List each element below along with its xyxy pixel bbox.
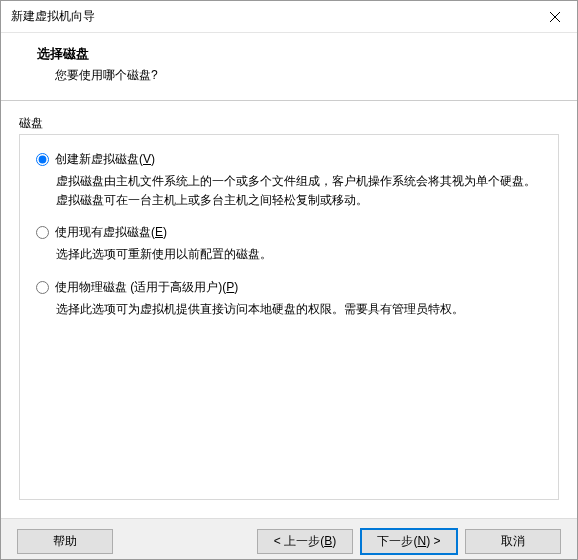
- close-button[interactable]: [532, 1, 577, 33]
- description-physical: 选择此选项可为虚拟机提供直接访问本地硬盘的权限。需要具有管理员特权。: [36, 300, 542, 319]
- content-area: 磁盘 创建新虚拟磁盘(V) 虚拟磁盘由主机文件系统上的一个或多个文件组成，客户机…: [1, 101, 577, 518]
- help-button[interactable]: 帮助: [17, 529, 113, 554]
- titlebar: 新建虚拟机向导: [1, 1, 577, 33]
- radio-use-existing-disk[interactable]: [36, 226, 49, 239]
- description-create: 虚拟磁盘由主机文件系统上的一个或多个文件组成，客户机操作系统会将其视为单个硬盘。…: [36, 172, 542, 210]
- option-use-existing-disk: 使用现有虚拟磁盘(E) 选择此选项可重新使用以前配置的磁盘。: [36, 224, 542, 264]
- wizard-header: 选择磁盘 您要使用哪个磁盘?: [1, 33, 577, 101]
- radio-use-physical-disk[interactable]: [36, 281, 49, 294]
- description-existing: 选择此选项可重新使用以前配置的磁盘。: [36, 245, 542, 264]
- button-bar: 帮助 < 上一步(B) 下一步(N) > 取消: [1, 518, 577, 560]
- cancel-button[interactable]: 取消: [465, 529, 561, 554]
- radio-label-create[interactable]: 创建新虚拟磁盘(V): [55, 151, 155, 168]
- option-create-new-disk: 创建新虚拟磁盘(V) 虚拟磁盘由主机文件系统上的一个或多个文件组成，客户机操作系…: [36, 151, 542, 210]
- radio-label-existing[interactable]: 使用现有虚拟磁盘(E): [55, 224, 167, 241]
- close-icon: [550, 12, 560, 22]
- disk-group: 创建新虚拟磁盘(V) 虚拟磁盘由主机文件系统上的一个或多个文件组成，客户机操作系…: [19, 134, 559, 500]
- page-subtitle: 您要使用哪个磁盘?: [37, 67, 559, 84]
- back-button[interactable]: < 上一步(B): [257, 529, 353, 554]
- page-title: 选择磁盘: [37, 45, 559, 63]
- option-use-physical-disk: 使用物理磁盘 (适用于高级用户)(P) 选择此选项可为虚拟机提供直接访问本地硬盘…: [36, 279, 542, 319]
- radio-label-physical[interactable]: 使用物理磁盘 (适用于高级用户)(P): [55, 279, 238, 296]
- radio-create-new-disk[interactable]: [36, 153, 49, 166]
- window-title: 新建虚拟机向导: [11, 8, 95, 25]
- next-button[interactable]: 下一步(N) >: [361, 529, 457, 554]
- group-label: 磁盘: [19, 115, 559, 132]
